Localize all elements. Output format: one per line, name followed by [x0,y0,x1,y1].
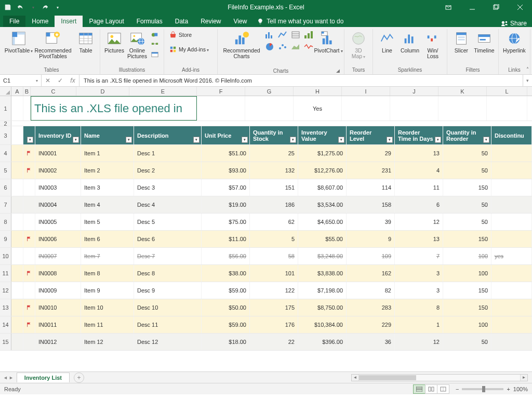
zoom-out[interactable]: − [456,386,459,392]
cell-id[interactable]: IN0006 [35,231,81,247]
col-A[interactable]: A [11,87,23,96]
cell-price[interactable]: $56.00 [202,248,250,264]
flag-icon[interactable] [23,231,35,247]
cell-time[interactable]: 12 [395,214,443,230]
col-I[interactable]: I [342,87,390,96]
cell-price[interactable]: $57.00 [202,179,250,196]
cell-name[interactable]: Item 2 [81,162,134,179]
cell-reord[interactable]: 114 [347,179,395,196]
smartart-button[interactable] [149,40,161,49]
cell-time[interactable]: 3 [395,282,443,299]
close-button[interactable] [508,0,532,15]
cell-qty[interactable]: 151 [250,179,298,196]
cell-qty[interactable]: 186 [250,196,298,213]
cell-reord[interactable]: 109 [347,248,395,264]
cell-reord[interactable]: 231 [347,162,395,179]
cell-id[interactable]: IN0008 [35,265,81,282]
tab-home[interactable]: Home [25,16,55,27]
cell-val[interactable]: $12,276.00 [298,162,347,179]
share-button[interactable]: Share [501,20,532,27]
undo-button[interactable] [15,2,26,13]
collapse-ribbon[interactable]: ˄ [526,66,529,72]
cell-desc[interactable]: Desc 10 [134,299,202,316]
cell-price[interactable]: $19.00 [202,196,250,213]
cell-disc[interactable] [491,231,532,247]
pictures-button[interactable]: Pictures [103,29,125,55]
pivotchart-button[interactable]: PivotChart [316,29,341,55]
tell-me-search[interactable]: Tell me what you want to do [253,16,350,27]
header-flag[interactable]: ▾ [23,126,35,144]
cell-time[interactable]: 6 [395,196,443,213]
tab-data[interactable]: Data [169,16,194,27]
cell-qty[interactable]: 5 [250,231,298,247]
cell-time[interactable]: 1 [395,316,443,333]
cell-time[interactable]: 13 [395,231,443,247]
cell-id[interactable]: IN0007 [35,248,81,264]
3d-map-button[interactable]: 3D Map [348,29,369,61]
cell-name[interactable]: Item 12 [81,334,134,350]
header-reord[interactable]: Reorder Level▾ [347,126,395,144]
cell-price[interactable]: $18.00 [202,334,250,350]
header-desc[interactable]: Description▾ [134,126,202,144]
cell-price[interactable]: $75.00 [202,214,250,230]
cell-qty[interactable]: 176 [250,316,298,333]
col-E[interactable]: E [129,87,197,96]
cell-time[interactable]: 11 [395,179,443,196]
cell-qty[interactable]: 22 [250,334,298,350]
cell-reord[interactable]: 82 [347,282,395,299]
cell-qre[interactable]: 50 [443,145,491,162]
save-button[interactable] [2,2,14,13]
cell-id[interactable]: IN0010 [35,299,81,316]
cell-val[interactable]: $10,384.00 [298,316,347,333]
cell-desc[interactable]: Desc 11 [134,316,202,333]
cell-reord[interactable]: 229 [347,316,395,333]
cell-price[interactable]: $59.00 [202,282,250,299]
header-val[interactable]: Inventory Value▾ [298,126,347,144]
cell-desc[interactable]: Desc 4 [134,196,202,213]
store-button[interactable]: Store [167,30,214,39]
flag-icon[interactable] [23,179,35,196]
cell-val[interactable]: $3,838.00 [298,265,347,282]
col-D[interactable]: D [76,87,129,96]
col-G[interactable]: G [245,87,294,96]
cell-price[interactable]: $38.00 [202,265,250,282]
cell-id[interactable]: IN0001 [35,145,81,162]
tab-file[interactable]: File [3,16,25,27]
tab-insert[interactable]: Insert [55,16,83,27]
flag-icon[interactable] [23,214,35,230]
title-cell[interactable]: This is an .XLS file opened in [31,96,197,121]
col-J[interactable]: J [390,87,438,96]
cell-qre[interactable]: 100 [443,316,491,333]
cell-val[interactable]: $4,650.00 [298,214,347,230]
col-F[interactable]: F [197,87,245,96]
maximize-button[interactable] [484,0,508,15]
cell-qty[interactable]: 101 [250,265,298,282]
cell-id[interactable]: IN0004 [35,196,81,213]
spark-line-button[interactable]: Line [376,29,398,55]
cell-disc[interactable] [491,265,532,282]
flag-icon[interactable] [23,196,35,213]
cell-val[interactable]: $7,198.00 [298,282,347,299]
cell-disc[interactable] [491,299,532,316]
header-inv[interactable]: Inventory ID▾ [35,126,81,144]
select-all-corner[interactable] [0,87,11,96]
cell-reord[interactable]: 9 [347,231,395,247]
cell-qty[interactable]: 25 [250,145,298,162]
cell-name[interactable]: Item 1 [81,145,134,162]
cell-id[interactable]: IN0005 [35,214,81,230]
cell-qty[interactable]: 122 [250,282,298,299]
cell-qre[interactable]: 150 [443,231,491,247]
cell-price[interactable]: $59.00 [202,316,250,333]
cell-qre[interactable]: 50 [443,334,491,350]
row-header[interactable]: 1 [0,96,11,121]
enter-formula[interactable]: ✓ [54,77,66,84]
flag-icon[interactable] [23,248,35,264]
cell-disc[interactable] [491,196,532,213]
cell-val[interactable]: $3,534.00 [298,196,347,213]
cell-qty[interactable]: 62 [250,214,298,230]
charts-dialog-launcher[interactable]: ◢ [336,68,340,73]
cell-disc[interactable]: yes [491,248,532,264]
cell-desc[interactable]: Desc 2 [134,162,202,179]
col-H[interactable]: H [294,87,342,96]
cell-reord[interactable]: 158 [347,196,395,213]
